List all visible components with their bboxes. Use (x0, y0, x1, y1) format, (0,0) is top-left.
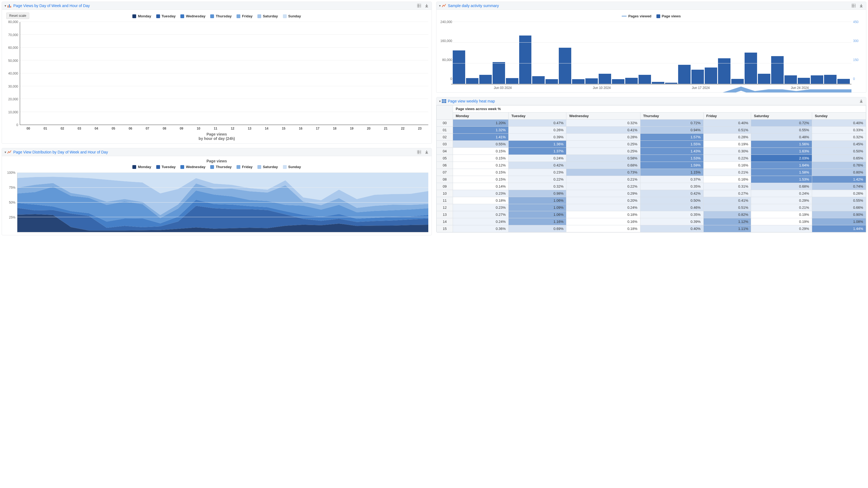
heatmap-table: Page views across week % MondayTuesdayWe… (436, 105, 866, 232)
axis-title: Page views (5, 132, 428, 136)
table-icon[interactable] (417, 150, 421, 154)
heatmap-cell: 0.29% (751, 197, 812, 204)
heatmap-cell: 0.23% (508, 169, 566, 176)
heatmap-cell: 0.27% (453, 211, 508, 218)
heatmap-cell: 1.59% (640, 162, 703, 169)
heatmap-cell: 0.29% (566, 190, 640, 197)
heatmap-cell: 0.80% (812, 169, 866, 176)
legend-item: Page views (656, 14, 681, 18)
heatmap-cell: 0.29% (751, 225, 812, 232)
heatmap-cell: 0.18% (566, 211, 640, 218)
heatmap-cell: 0.18% (453, 197, 508, 204)
legend-item: Thursday (210, 14, 231, 18)
heatmap-cell: 1.57% (640, 134, 703, 141)
table-icon[interactable] (851, 3, 856, 8)
heatmap-cell: 1.43% (640, 148, 703, 155)
chevron-down-icon[interactable]: ▾ (5, 4, 6, 8)
heatmap-row: 120.23%1.09%0.24%0.46%0.51%0.21%0.66% (437, 204, 866, 211)
heatmap-cell: 0.42% (508, 162, 566, 169)
heatmap-cell: 0.33% (812, 127, 866, 134)
heatmap-cell: 0.37% (640, 176, 703, 183)
heatmap-cell: 0.21% (751, 204, 812, 211)
heatmap-cell: 0.19% (751, 218, 812, 225)
download-icon[interactable] (425, 150, 429, 154)
chevron-down-icon[interactable]: ▾ (439, 4, 441, 8)
heatmap-col: Tuesday (508, 112, 566, 120)
heatmap-cell: 1.12% (703, 218, 751, 225)
panel-header: ▾ Page View Distribution by Day of Week … (2, 148, 432, 156)
reset-scale-button[interactable]: Reset scale (6, 12, 29, 19)
heatmap-cell: 0.32% (508, 183, 566, 190)
heatmap-cell: 0.21% (703, 169, 751, 176)
heatmap-cell: 0.26% (812, 190, 866, 197)
heatmap-cell: 1.42% (812, 176, 866, 183)
panel-title: Page Views by Day of Week and Hour of Da… (13, 3, 417, 8)
heatmap-row: 150.36%0.69%0.18%0.40%1.11%0.29%1.44% (437, 225, 866, 232)
heatmap-row: 040.15%1.37%0.25%1.43%0.30%1.63%0.50% (437, 148, 866, 155)
heatmap-row: 090.14%0.32%0.22%0.35%0.31%0.68%0.74% (437, 183, 866, 190)
heatmap-cell: 0.15% (453, 148, 508, 155)
heatmap-cell: 0.18% (566, 225, 640, 232)
heatmap-cell: 0.25% (566, 148, 640, 155)
heatmap-cell: 1.11% (703, 225, 751, 232)
heatmap-cell: 0.50% (640, 197, 703, 204)
bar-chart-icon (7, 3, 12, 8)
heatmap-cell: 0.68% (751, 183, 812, 190)
panel-heatmap: ▾ Page view weekly heat map Page views a… (436, 97, 866, 233)
legend-item: Monday (132, 165, 151, 169)
heatmap-cell: 1.53% (751, 176, 812, 183)
heatmap-cell: 1.44% (812, 225, 866, 232)
heatmap-cell: 1.55% (640, 141, 703, 148)
panel-title: Page view weekly heat map (448, 99, 859, 103)
heatmap-cell: 1.09% (508, 204, 566, 211)
heatmap-cell: 1.41% (453, 134, 508, 141)
heatmap-row: 060.12%0.42%0.68%1.59%0.16%1.64%0.76% (437, 162, 866, 169)
heatmap-col: Wednesday (566, 112, 640, 120)
chart-subtitle: Page views (5, 159, 428, 163)
panel-header: ▾ Page view weekly heat map (436, 97, 866, 105)
heatmap-cell: 0.73% (566, 169, 640, 176)
download-icon[interactable] (859, 99, 863, 103)
heatmap-col: Saturday (751, 112, 812, 120)
heatmap-row: 140.24%1.16%0.16%0.39%1.12%0.19%1.08% (437, 218, 866, 225)
table-icon[interactable] (417, 3, 421, 8)
heatmap-row: 070.15%0.23%0.73%1.15%0.21%1.58%0.80% (437, 169, 866, 176)
heatmap-cell: 0.20% (566, 197, 640, 204)
heatmap-cell: 0.30% (703, 148, 751, 155)
heatmap-cell: 0.36% (453, 225, 508, 232)
heatmap-cell: 0.28% (566, 134, 640, 141)
heatmap-cell: 1.06% (508, 211, 566, 218)
download-icon[interactable] (425, 3, 429, 8)
heatmap-cell: 0.22% (566, 183, 640, 190)
heatmap-cell: 1.08% (812, 218, 866, 225)
heatmap-cell: 0.40% (703, 120, 751, 127)
heatmap-row: 011.32%0.26%0.41%0.94%0.51%0.55%0.33% (437, 127, 866, 134)
legend-item: Monday (132, 14, 151, 18)
heatmap-cell: 0.82% (703, 211, 751, 218)
heatmap-cell: 0.25% (566, 141, 640, 148)
chevron-down-icon[interactable]: ▾ (5, 151, 6, 154)
legend-item: Friday (237, 165, 252, 169)
panel-header: ▾ Page Views by Day of Week and Hour of … (2, 2, 432, 10)
panel-header: ▾ Sample daily activity summary (436, 2, 866, 10)
heatmap-cell: 0.15% (453, 169, 508, 176)
heatmap-cell: 0.41% (566, 127, 640, 134)
panel-title: Sample daily activity summary (448, 3, 851, 8)
svg-rect-0 (8, 5, 8, 8)
download-icon[interactable] (859, 3, 863, 8)
heatmap-cell: 1.36% (508, 141, 566, 148)
heatmap-cell: 0.94% (640, 127, 703, 134)
heatmap-cell: 0.15% (453, 176, 508, 183)
heatmap-cell: 0.40% (640, 225, 703, 232)
heatmap-cell: 0.32% (812, 134, 866, 141)
heatmap-cell: 0.31% (703, 183, 751, 190)
heatmap-cell: 0.32% (566, 120, 640, 127)
heatmap-cell: 0.22% (703, 155, 751, 162)
heatmap-cell: 0.19% (703, 141, 751, 148)
heatmap-cell: 0.23% (453, 204, 508, 211)
chevron-down-icon[interactable]: ▾ (439, 99, 441, 103)
heatmap-cell: 0.24% (566, 204, 640, 211)
heatmap-cell: 1.06% (508, 197, 566, 204)
heatmap-cell: 0.74% (812, 183, 866, 190)
heatmap-cell: 1.53% (640, 155, 703, 162)
